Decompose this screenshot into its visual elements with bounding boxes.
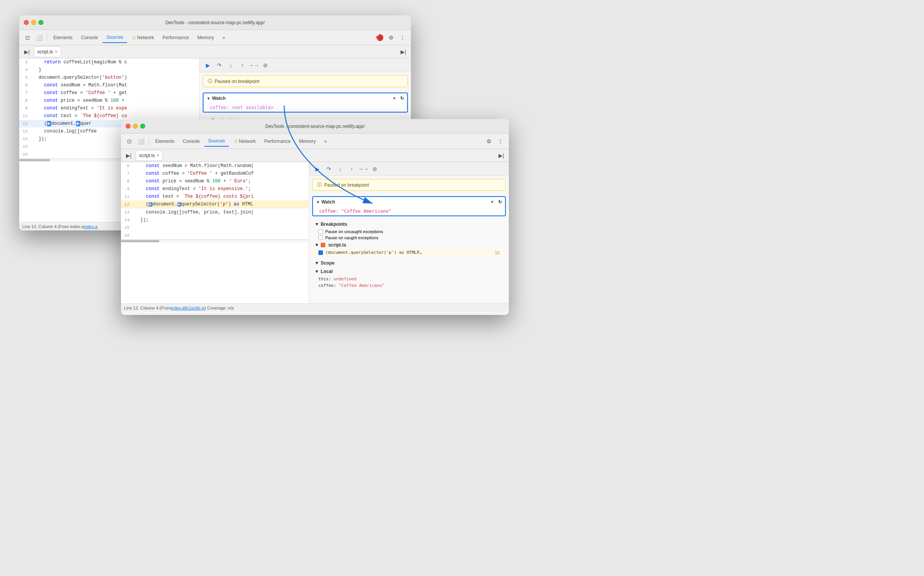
network-warning-icon: ⚠ [132, 35, 136, 40]
device-icon-2[interactable]: ⬜ [136, 136, 146, 147]
sidebar-toggle-1[interactable]: ▶| [22, 46, 32, 57]
window-title-1: DevTools - consistent-source-map-pc.netl… [166, 20, 265, 25]
inspector-icon[interactable]: ⊡ [22, 32, 33, 43]
device-icon[interactable]: ⬜ [34, 32, 45, 43]
deactivate-btn-2[interactable]: ⊘ [370, 164, 380, 174]
watch-value-1: coffee: <not available> [210, 105, 273, 110]
resume-btn-2[interactable]: ▶ [312, 164, 322, 174]
tab-performance-2[interactable]: Performance [260, 136, 295, 147]
breakpoints-title-2: Breakpoints [321, 222, 347, 227]
code-line-9: 9 const endingText = 'It is expe [19, 104, 199, 112]
step-out-btn-1[interactable]: ↑ [237, 60, 247, 70]
bp-code-checkbox[interactable] [318, 250, 323, 255]
step-out-btn-2[interactable]: ↑ [347, 164, 357, 174]
step-btn-2[interactable]: →→ [358, 164, 368, 174]
maximize-button-2[interactable] [140, 124, 145, 129]
tab-console-1[interactable]: Console [77, 32, 102, 43]
status-text-1: Line 12, Column 4 (From index.a [22, 224, 84, 229]
scope-coffee: coffee: "Coffee Americano" [312, 282, 506, 289]
scope-section-2: ▼ Scope ▼ Local this: undefined coffee: … [312, 259, 506, 289]
watch-arrow-1: ▼ [207, 96, 210, 101]
breakpoints-header-2[interactable]: ▼ Breakpoints [312, 220, 506, 228]
divider-2 [149, 137, 149, 145]
code-line-4: 4 } [19, 66, 199, 74]
file-tab-close-2[interactable]: ✕ [156, 153, 159, 157]
watch-title-1: Watch [212, 96, 226, 101]
file-more-icon-2[interactable]: ▶| [496, 150, 507, 161]
scope-this-key: this: [318, 276, 331, 281]
scrollbar-thumb-1[interactable] [19, 159, 50, 161]
sidebar-toggle-2[interactable]: ▶| [123, 150, 134, 161]
code-line-8: 8 const price = seedNum % 100 + [19, 97, 199, 104]
info-icon-1: ⓘ [208, 78, 212, 84]
code-scrollbar-2[interactable] [121, 239, 309, 242]
tab-memory-2[interactable]: Memory [295, 136, 320, 147]
titlebar-2: DevTools - consistent-source-map-pc.netl… [121, 119, 509, 134]
watch-header-1[interactable]: ▼ Watch + ↻ [204, 93, 407, 103]
status-link-2[interactable]: index.a8c1ec6b.js [171, 306, 205, 310]
watch-value-2: coffee: "Coffee Americano" [319, 209, 391, 214]
minimize-button-2[interactable] [133, 124, 138, 129]
resume-btn-1[interactable]: ▶ [203, 60, 213, 70]
file-tab-script-1[interactable]: script.ts ✕ [34, 46, 61, 57]
watch-refresh-btn-1[interactable]: ↻ [400, 96, 404, 101]
more-icon-2[interactable]: ⋮ [495, 136, 506, 147]
close-button-1[interactable] [24, 20, 29, 25]
main-toolbar-1: ⊡ ⬜ Elements Console Sources ⚠ Network P… [19, 30, 411, 45]
file-tabs-2: ▶| script.ts ✕ ▶| [121, 149, 509, 162]
file-more-icon[interactable]: ▶| [398, 46, 409, 57]
tab-elements-2[interactable]: Elements [151, 136, 178, 147]
step-into-btn-1[interactable]: ↓ [226, 60, 236, 70]
paused-banner-1: ⓘ Paused on breakpoint [203, 75, 408, 87]
code-line-2-11: 11 const text = `The ${coffee} costs ${p… [121, 193, 309, 200]
local-header[interactable]: ▼ Local [312, 267, 506, 276]
status-link-1[interactable]: index.a [84, 224, 97, 229]
tab-sources-2[interactable]: Sources [204, 136, 229, 147]
close-button-2[interactable] [126, 124, 131, 129]
maximize-button-1[interactable] [38, 20, 43, 25]
watch-add-btn-2[interactable]: + [491, 199, 493, 205]
bp-label-caught: Pause on caught exceptions [325, 235, 378, 240]
info-icon-2: ⓘ [317, 182, 322, 188]
tab-more-2[interactable]: » [320, 136, 331, 147]
tab-console-2[interactable]: Console [179, 136, 204, 147]
tab-network-2[interactable]: ⚠ Network [230, 136, 260, 147]
watch-refresh-btn-2[interactable]: ↻ [498, 199, 502, 205]
file-tab-close-1[interactable]: ✕ [55, 50, 58, 54]
watch-title-2: Watch [321, 199, 335, 205]
status-extra-2: ) Coverage: n/a [205, 306, 234, 310]
tab-more-1[interactable]: » [219, 32, 229, 43]
watch-add-btn-1[interactable]: + [393, 96, 396, 101]
breakpoints-section-2: ▼ Breakpoints Pause on uncaught exceptio… [312, 220, 506, 256]
tab-performance-1[interactable]: Performance [159, 32, 193, 43]
bp-label-uncaught: Pause on uncaught exceptions [325, 229, 383, 234]
code-line-2-15: 15 [121, 224, 309, 232]
bp-checkbox-uncaught[interactable] [318, 229, 323, 234]
inspector-icon-2[interactable]: ⊡ [124, 136, 135, 147]
step-over-btn-2[interactable]: ↷ [324, 164, 334, 174]
deactivate-btn-1[interactable]: ⊘ [260, 60, 270, 70]
tab-network-1[interactable]: ⚠ Network [128, 32, 158, 43]
status-text-2: Line 12, Column 4 (From [124, 306, 171, 310]
step-over-btn-1[interactable]: ↷ [214, 60, 224, 70]
bp-checkbox-caught[interactable] [318, 235, 323, 240]
more-icon[interactable]: ⋮ [397, 32, 408, 43]
scrollbar-thumb-2[interactable] [121, 240, 159, 242]
step-btn-1[interactable]: →→ [249, 60, 259, 70]
traffic-lights-1 [24, 20, 43, 25]
watch-header-2[interactable]: ▼ Watch + ↻ [313, 197, 505, 207]
gear-icon[interactable]: ⚙ [386, 32, 396, 43]
scope-header[interactable]: ▼ Scope [312, 259, 506, 267]
minimize-button-1[interactable] [31, 20, 36, 25]
window-title-2: DevTools - consistent-source-map-pc.netl… [265, 124, 365, 129]
bp-file-header[interactable]: ▼ script.ts [312, 241, 506, 249]
step-into-btn-2[interactable]: ↓ [335, 164, 345, 174]
devtools-window-2: DevTools - consistent-source-map-pc.netl… [121, 119, 509, 315]
tab-sources-1[interactable]: Sources [103, 32, 127, 43]
gear-icon-2[interactable]: ⚙ [484, 136, 494, 147]
file-tab-script-2[interactable]: script.ts ✕ [136, 150, 163, 161]
tab-elements-1[interactable]: Elements [50, 32, 76, 43]
code-line-3: 3 return coffeeList[magicNum % c [19, 58, 199, 66]
scope-this-val: undefined [334, 276, 357, 281]
tab-memory-1[interactable]: Memory [194, 32, 218, 43]
